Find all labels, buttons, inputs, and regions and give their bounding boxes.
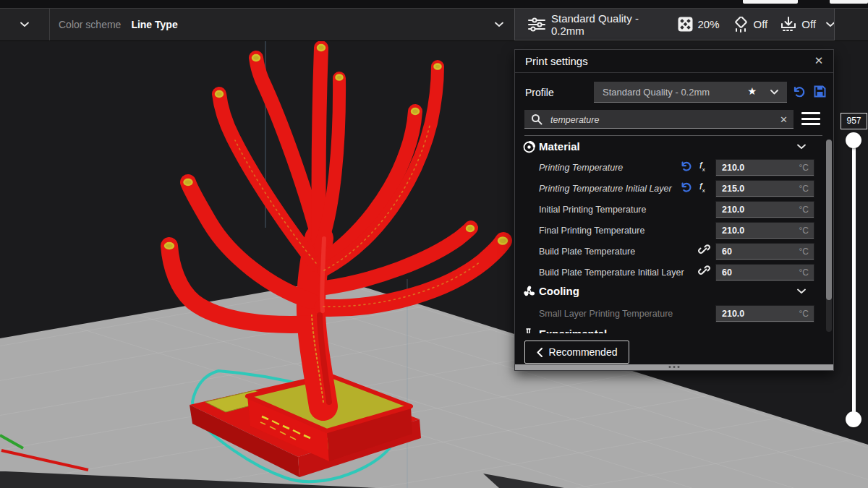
view-type-dropdown[interactable] xyxy=(0,9,50,40)
setting-unit: °C xyxy=(799,163,809,173)
setting-value: 60 xyxy=(722,267,732,278)
setting-unit: °C xyxy=(799,267,809,278)
chevron-down-icon[interactable] xyxy=(797,144,806,150)
favorite-star-icon: ★ xyxy=(747,85,757,97)
setting-label: Printing Temperature Initial Layer xyxy=(539,184,672,194)
summary-profile: Standard Quality - 0.2mm xyxy=(551,12,665,37)
layer-slider-track[interactable] xyxy=(852,140,856,419)
chevron-left-icon xyxy=(537,348,542,357)
section-header-cooling[interactable]: Cooling xyxy=(539,285,579,297)
close-icon[interactable]: ✕ xyxy=(812,53,826,68)
profile-value: Standard Quality - 0.2mm xyxy=(603,87,710,98)
setting-value: 60 xyxy=(722,247,732,257)
recommended-mode-button[interactable]: Recommended xyxy=(524,341,629,364)
panel-title: Print settings xyxy=(525,55,588,67)
layer-slider-upper-handle[interactable] xyxy=(846,132,861,148)
color-scheme-label: Color scheme xyxy=(59,19,121,30)
setting-value: 210.0 xyxy=(722,226,744,236)
chevron-down-icon xyxy=(770,90,778,95)
summary-adhesion: Off xyxy=(801,18,816,30)
setting-value: 215.0 xyxy=(722,184,744,194)
layer-slider-lower-handle[interactable] xyxy=(846,411,861,427)
setting-unit: °C xyxy=(799,226,809,236)
chevron-down-icon[interactable] xyxy=(797,288,806,294)
setting-label: Small Layer Printing Temperature xyxy=(539,309,673,319)
recommended-label: Recommended xyxy=(549,346,618,358)
setting-value-field[interactable]: 210.0 °C xyxy=(715,222,814,239)
section-header-experimental[interactable]: Experimental xyxy=(539,328,607,333)
formula-fx-icon[interactable]: fx xyxy=(699,160,705,173)
setting-unit: °C xyxy=(799,184,809,194)
top-strip xyxy=(0,0,868,8)
summary-support: Off xyxy=(754,18,768,30)
formula-fx-icon[interactable]: fx xyxy=(699,181,705,194)
summary-infill: 20% xyxy=(698,18,720,30)
setting-label: Build Plate Temperature Initial Layer xyxy=(539,267,684,278)
save-icon[interactable] xyxy=(814,85,826,98)
search-box: ✕ xyxy=(524,110,793,129)
setting-value-field[interactable]: 60 °C xyxy=(715,264,814,281)
panel-scrollbar-thumb[interactable] xyxy=(826,140,832,300)
section-header-material[interactable]: Material xyxy=(539,140,580,153)
cropped-button-fragment xyxy=(743,0,798,4)
profile-label: Profile xyxy=(525,87,554,98)
link-icon[interactable] xyxy=(698,265,710,278)
divider xyxy=(524,135,822,136)
print-settings-panel: Print settings ✕ Profile Standard Qualit… xyxy=(514,49,834,371)
tune-sliders-icon xyxy=(528,17,545,32)
setting-value-field[interactable]: 210.0 °C xyxy=(715,159,814,176)
material-spool-icon xyxy=(523,141,535,153)
setting-value-field[interactable]: 215.0 °C xyxy=(715,180,814,197)
panel-header: Print settings ✕ xyxy=(515,50,833,73)
print-settings-summary-button[interactable]: Standard Quality - 0.2mm 20% Off xyxy=(514,9,835,40)
profile-dropdown[interactable]: Standard Quality - 0.2mm ★ xyxy=(594,82,787,103)
setting-unit: °C xyxy=(799,309,809,319)
adhesion-icon xyxy=(780,17,796,32)
cura-preview-window: Color scheme Line Type Standard Quality … xyxy=(0,0,868,488)
link-icon[interactable] xyxy=(698,244,710,257)
fan-icon xyxy=(523,286,535,298)
beaker-icon xyxy=(523,328,534,333)
color-scheme-value: Line Type xyxy=(131,19,177,30)
hamburger-menu-icon[interactable] xyxy=(801,112,820,127)
chevron-down-icon xyxy=(826,22,834,27)
revert-icon[interactable] xyxy=(680,181,692,193)
cropped-button-fragment xyxy=(830,0,868,4)
setting-label: Printing Temperature xyxy=(539,163,623,173)
setting-label: Build Plate Temperature xyxy=(539,247,635,257)
search-icon xyxy=(531,114,542,125)
setting-value: 210.0 xyxy=(722,205,744,215)
setting-value-field[interactable]: 210.0 °C xyxy=(715,305,814,322)
search-input[interactable] xyxy=(549,110,769,130)
setting-unit: °C xyxy=(799,247,809,257)
undo-icon[interactable] xyxy=(792,85,805,98)
setting-value: 210.0 xyxy=(722,309,744,319)
revert-icon[interactable] xyxy=(680,160,692,172)
preview-toolbar: Color scheme Line Type Standard Quality … xyxy=(0,8,868,41)
color-scheme-dropdown[interactable]: Color scheme Line Type xyxy=(50,9,514,40)
panel-resize-handle[interactable] xyxy=(515,364,833,370)
setting-label: Initial Printing Temperature xyxy=(539,205,646,215)
setting-unit: °C xyxy=(799,205,809,215)
layer-number-badge: 957 xyxy=(841,113,867,129)
support-icon xyxy=(733,17,749,33)
clear-search-icon[interactable]: ✕ xyxy=(780,114,788,125)
setting-value-field[interactable]: 60 °C xyxy=(715,243,814,260)
settings-list[interactable]: Material Printing Temperature fx 210.0 °… xyxy=(515,138,835,333)
setting-value: 210.0 xyxy=(722,163,744,173)
drag-dots-icon xyxy=(669,366,680,368)
infill-icon xyxy=(678,17,693,32)
chevron-down-icon xyxy=(20,22,29,27)
setting-value-field[interactable]: 210.0 °C xyxy=(715,201,814,218)
setting-label: Final Printing Temperature xyxy=(539,226,644,236)
chevron-down-icon xyxy=(495,22,503,27)
